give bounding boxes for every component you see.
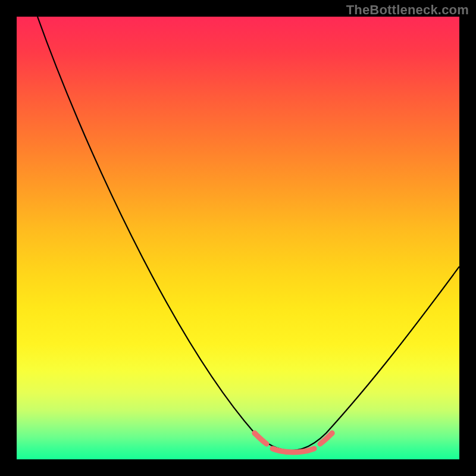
watermark-text: TheBottleneck.com — [346, 2, 469, 18]
curve-path — [37, 17, 459, 450]
optimal-flat-accent — [273, 449, 314, 452]
plot-area — [17, 17, 459, 459]
accent-dot-left — [252, 431, 258, 436]
accent-dot-right — [330, 431, 335, 436]
chart-frame: TheBottleneck.com — [0, 0, 476, 476]
bottleneck-curve — [17, 17, 459, 459]
